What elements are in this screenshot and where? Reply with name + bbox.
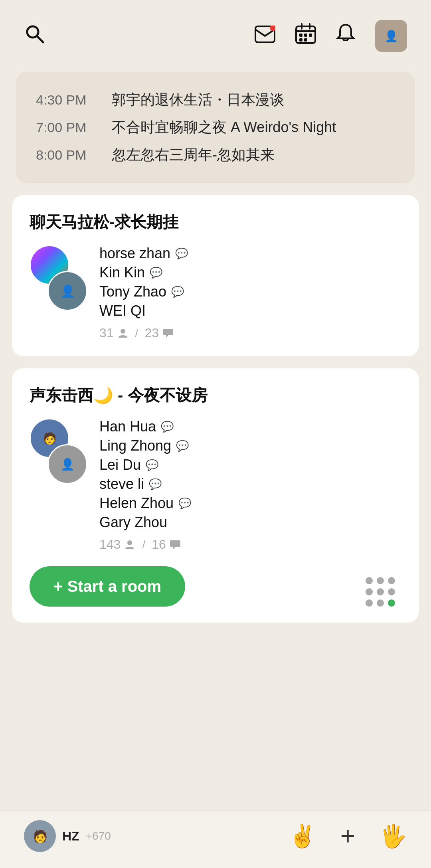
- user-avatar[interactable]: 👤: [375, 20, 407, 52]
- speaker-row: WEI QI: [99, 303, 401, 319]
- speaker-name: Gary Zhou: [99, 514, 167, 531]
- dot: [366, 599, 373, 607]
- speaking-icon: 💬: [161, 421, 174, 433]
- dot: [377, 577, 384, 584]
- message-count: 16: [152, 537, 181, 552]
- speaker-name: steve li: [99, 476, 144, 492]
- notification-icon[interactable]: [336, 23, 355, 49]
- header-actions: 👤: [255, 20, 407, 52]
- schedule-title-1: 郭宇的退休生活・日本漫谈: [112, 90, 284, 110]
- room-body-2: 🧑 👤 Han Hua 💬 Ling Zhong 💬 Lei Du 💬 stev…: [30, 418, 401, 552]
- dot-active: [388, 599, 395, 607]
- speaker-row: Ling Zhong 💬: [99, 437, 401, 454]
- bottom-avatar: 🧑: [24, 820, 56, 852]
- svg-point-13: [121, 329, 125, 334]
- svg-point-14: [127, 540, 132, 545]
- room-bottom-actions: + Start a room: [30, 558, 401, 607]
- speaker-name: Kin Kin: [99, 264, 145, 281]
- svg-rect-12: [304, 38, 307, 42]
- add-button[interactable]: +: [340, 821, 355, 851]
- message-count: 23: [144, 326, 174, 340]
- room-stats-1: 31 / 23: [99, 326, 401, 340]
- listener-count: 31: [99, 326, 129, 340]
- room-stats-2: 143 / 16: [99, 537, 401, 552]
- room-avatar-1b: 👤: [47, 271, 87, 311]
- room-title-1: 聊天马拉松-求长期挂: [30, 211, 401, 233]
- listener-number: 31: [99, 326, 114, 340]
- schedule-time-1: 4:30 PM: [36, 92, 100, 108]
- dots-grid[interactable]: [366, 577, 395, 607]
- speaking-icon: 💬: [150, 267, 162, 279]
- speaking-icon: 💬: [149, 478, 162, 490]
- start-room-button[interactable]: + Start a room: [30, 566, 185, 607]
- message-number: 16: [152, 537, 166, 552]
- speakers-list-1: horse zhan 💬 Kin Kin 💬 Tony Zhao 💬 WEI Q…: [99, 245, 401, 340]
- dot: [388, 588, 395, 595]
- room-title-2: 声东击西🌙 - 今夜不设房: [30, 384, 401, 406]
- speaker-row: Gary Zhou: [99, 514, 401, 531]
- schedule-item[interactable]: 4:30 PM 郭宇的退休生活・日本漫谈: [36, 86, 395, 114]
- speaking-icon: 💬: [146, 459, 158, 471]
- speaker-name: Han Hua: [99, 418, 156, 435]
- bottom-username: HZ: [62, 829, 79, 844]
- message-number: 23: [144, 326, 159, 340]
- schedule-time-3: 8:00 PM: [36, 147, 100, 163]
- room-card-1[interactable]: 聊天马拉松-求长期挂 👤 horse zhan 💬 Kin Kin 💬 Tony…: [12, 195, 419, 356]
- svg-rect-10: [309, 34, 312, 37]
- room-avatars-1: 👤: [30, 245, 87, 340]
- hand-button[interactable]: 🖐: [379, 823, 407, 849]
- dot: [366, 577, 373, 584]
- schedule-item[interactable]: 8:00 PM 忽左忽右三周年-忽如其来: [36, 141, 395, 169]
- bottom-actions: ✌️ + 🖐: [289, 821, 407, 851]
- dot: [366, 588, 373, 595]
- speaking-icon: 💬: [178, 497, 191, 510]
- listener-number: 143: [99, 537, 121, 552]
- svg-rect-11: [299, 38, 302, 42]
- speaker-row: steve li 💬: [99, 476, 401, 492]
- svg-rect-9: [304, 34, 307, 37]
- search-icon[interactable]: [24, 23, 45, 49]
- speaker-row: Lei Du 💬: [99, 457, 401, 473]
- svg-rect-8: [299, 34, 302, 37]
- speaker-row: Helen Zhou 💬: [99, 495, 401, 512]
- wave-button[interactable]: ✌️: [289, 823, 316, 849]
- room-card-2[interactable]: 声东击西🌙 - 今夜不设房 🧑 👤 Han Hua 💬 Ling Zhong 💬…: [12, 368, 419, 623]
- bottom-user-info[interactable]: 🧑 HZ +670: [24, 820, 111, 852]
- room-avatar-2b: 👤: [47, 444, 87, 484]
- speaking-icon: 💬: [175, 247, 188, 260]
- speaker-name: WEI QI: [99, 303, 146, 319]
- dot: [377, 588, 384, 595]
- schedule-time-2: 7:00 PM: [36, 120, 100, 135]
- dot: [388, 577, 395, 584]
- speaker-name: Tony Zhao: [99, 283, 166, 300]
- speaking-icon: 💬: [171, 286, 184, 298]
- header: 👤: [0, 0, 431, 64]
- speaker-row: horse zhan 💬: [99, 245, 401, 262]
- speaking-icon: 💬: [176, 440, 189, 452]
- speakers-list-2: Han Hua 💬 Ling Zhong 💬 Lei Du 💬 steve li…: [99, 418, 401, 552]
- speaker-name: Lei Du: [99, 457, 141, 473]
- dot: [377, 599, 384, 607]
- room-avatars-2: 🧑 👤: [30, 418, 87, 552]
- svg-line-1: [37, 36, 43, 42]
- speaker-row: Han Hua 💬: [99, 418, 401, 435]
- room-body-1: 👤 horse zhan 💬 Kin Kin 💬 Tony Zhao 💬 WEI…: [30, 245, 401, 340]
- mail-icon[interactable]: [255, 24, 275, 48]
- svg-point-3: [270, 26, 275, 31]
- speaker-name: horse zhan: [99, 245, 170, 262]
- bottom-bar: 🧑 HZ +670 ✌️ + 🖐: [0, 810, 431, 868]
- calendar-icon[interactable]: [295, 23, 316, 49]
- schedule-card: 4:30 PM 郭宇的退休生活・日本漫谈 7:00 PM 不合时宜畅聊之夜 A …: [16, 72, 415, 183]
- schedule-title-2: 不合时宜畅聊之夜 A Weirdo's Night: [112, 118, 336, 137]
- bottom-user-count: +670: [86, 830, 111, 842]
- speaker-row: Kin Kin 💬: [99, 264, 401, 281]
- speaker-row: Tony Zhao 💬: [99, 283, 401, 300]
- schedule-title-3: 忽左忽右三周年-忽如其来: [112, 145, 275, 165]
- schedule-item[interactable]: 7:00 PM 不合时宜畅聊之夜 A Weirdo's Night: [36, 114, 395, 141]
- speaker-name: Helen Zhou: [99, 495, 174, 512]
- speaker-name: Ling Zhong: [99, 437, 171, 454]
- listener-count: 143: [99, 537, 136, 552]
